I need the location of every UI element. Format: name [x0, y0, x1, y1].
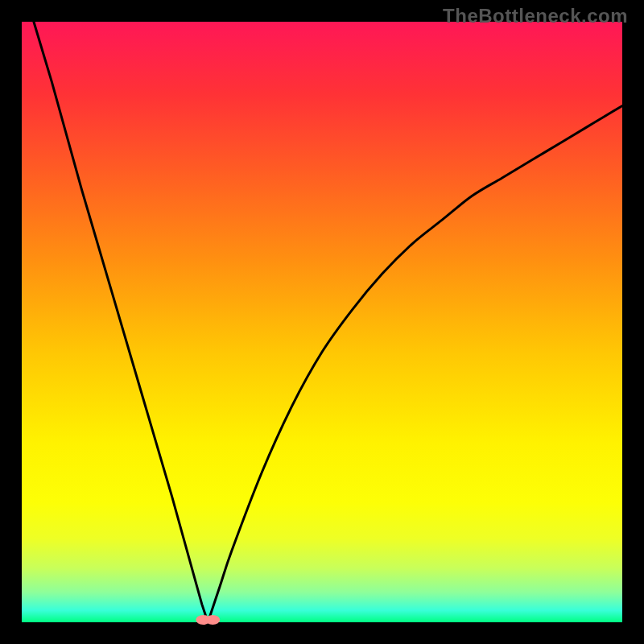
- svg-point-1: [205, 615, 220, 625]
- bottleneck-chart: [0, 0, 644, 644]
- plot-background: [22, 22, 622, 622]
- watermark-text: TheBottleneck.com: [443, 5, 628, 27]
- chart-container: TheBottleneck.com: [0, 0, 644, 644]
- minimum-marker: [196, 615, 220, 625]
